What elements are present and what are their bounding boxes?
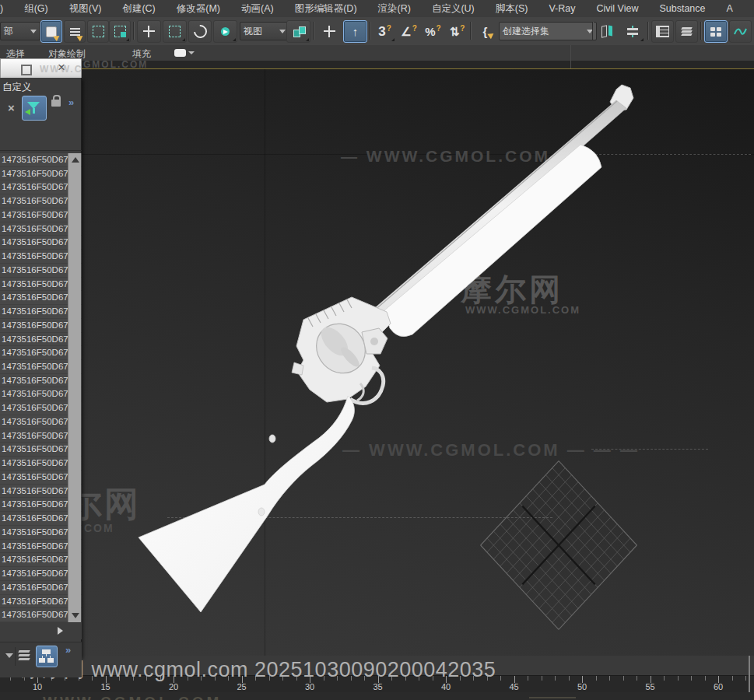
menu-item[interactable]: 视图(V) xyxy=(69,2,102,16)
layer-manager-button[interactable] xyxy=(675,20,698,43)
bottom-dashes xyxy=(529,697,576,698)
selection-filter-dropdown[interactable]: 部 xyxy=(0,22,40,40)
scroll-up-icon[interactable] xyxy=(72,157,79,163)
brace-icon: { xyxy=(483,26,488,37)
bottom-strip: WWW.CGMOL.COM xyxy=(0,692,754,700)
rectangular-selection-region-button[interactable] xyxy=(87,20,109,43)
menu-item[interactable]: Civil View xyxy=(596,3,638,14)
menu-item[interactable]: 脚本(S) xyxy=(496,2,528,16)
filter-icon-stem xyxy=(33,108,35,114)
menu-item[interactable]: A xyxy=(727,3,733,14)
spinner-snap-button[interactable]: ⇅? xyxy=(446,20,468,43)
pen-icon xyxy=(487,31,495,40)
grid-plane-object[interactable] xyxy=(481,461,637,630)
ruler-tick xyxy=(745,676,746,681)
vertical-scrollbar[interactable] xyxy=(68,153,81,622)
minimize-icon[interactable] xyxy=(21,65,32,75)
toolbar-separator xyxy=(647,22,648,40)
divider xyxy=(15,647,16,666)
snap-badge: ? xyxy=(460,24,465,33)
toolbar-separator xyxy=(592,22,593,40)
menu-item[interactable]: 图形编辑器(D) xyxy=(295,2,357,16)
menu-item[interactable]: V-Ray xyxy=(549,3,575,14)
menu-item[interactable]: 组(G) xyxy=(24,2,48,16)
ribbon-minimize-button[interactable] xyxy=(174,47,195,58)
menu-item[interactable]: ) xyxy=(0,3,3,14)
perspective-viewport[interactable]: — WWW.CGMOL.COM — 摩尔网 WWW.CGMOL.COM — WW… xyxy=(0,68,754,657)
menu-item[interactable]: 动画(A) xyxy=(241,2,274,16)
close-icon[interactable]: × xyxy=(58,60,65,75)
bottom-watermark: WWW.CGMOL.COM xyxy=(43,694,222,700)
chevron-down-icon xyxy=(188,51,195,54)
named-selection-value: 创建选择集 xyxy=(503,25,549,38)
ruler-tick xyxy=(623,676,624,681)
align-button[interactable] xyxy=(620,20,645,43)
rotate-icon xyxy=(191,23,209,41)
menu-item[interactable]: 修改器(M) xyxy=(177,2,220,16)
use-pivot-center-button[interactable] xyxy=(286,20,310,43)
filter-button[interactable] xyxy=(22,96,47,121)
named-selection-set-dropdown[interactable]: 创建选择集 xyxy=(499,22,597,40)
mirror-button[interactable] xyxy=(595,20,619,43)
reference-coordinate-dropdown[interactable]: 视图 xyxy=(240,22,289,40)
dropdown-caret-icon[interactable] xyxy=(5,653,13,658)
select-and-scale-button[interactable] xyxy=(163,20,187,43)
overflow-chevron[interactable]: » xyxy=(65,644,70,656)
divider xyxy=(0,150,82,151)
select-and-manipulate-button[interactable] xyxy=(317,20,341,43)
ruler-tick xyxy=(542,676,542,681)
ribbon-pill-icon xyxy=(174,49,186,57)
window-crossing-button[interactable] xyxy=(109,20,131,43)
lock-icon[interactable] xyxy=(51,100,61,107)
toolbar-separator xyxy=(133,22,134,40)
ruler-tick xyxy=(664,676,665,681)
snap-badge: ? xyxy=(437,24,441,33)
snap-badge: ? xyxy=(387,24,391,33)
select-by-name-button[interactable] xyxy=(64,20,86,43)
gun-model[interactable] xyxy=(139,85,633,612)
percent-snap-button[interactable]: %? xyxy=(421,20,445,43)
ruler-tick xyxy=(732,676,733,681)
scale-icon xyxy=(169,26,181,37)
window-crossing-icon xyxy=(114,26,126,37)
menu-item[interactable]: 渲染(R) xyxy=(378,2,411,16)
toolbar-separator xyxy=(700,22,701,40)
hierarchy-view-button[interactable] xyxy=(36,646,58,667)
scene-explorer-button[interactable] xyxy=(651,20,674,43)
overflow-chevron[interactable]: » xyxy=(68,96,73,108)
material-editor-icon xyxy=(710,27,721,37)
menu-bar: )组(G)视图(V)创建(C)修改器(M)动画(A)图形编辑器(D)渲染(R)自… xyxy=(0,0,754,18)
keyboard-shortcut-override-button[interactable]: ↑ xyxy=(343,20,367,43)
panel-titlebar[interactable]: WWW.CGMOL.COM × xyxy=(0,58,82,78)
edit-named-selection-button[interactable]: { xyxy=(473,20,497,43)
panel-body: 自定义 × » 1473516F50D671473516F50D67147351… xyxy=(0,78,82,657)
select-object-button[interactable] xyxy=(40,20,62,43)
clear-selection-button[interactable]: × xyxy=(8,101,15,114)
menu-item[interactable]: 创建(C) xyxy=(122,2,155,16)
select-and-place-button[interactable] xyxy=(213,20,237,43)
ruler-tick xyxy=(528,676,528,681)
display-layers-button[interactable] xyxy=(19,649,30,662)
angle-snap-button[interactable]: ∠? xyxy=(398,20,420,43)
scroll-down-icon[interactable] xyxy=(72,613,79,618)
scroll-right-icon[interactable] xyxy=(58,627,63,635)
layers-icon xyxy=(682,26,692,37)
timeline-end-marker xyxy=(749,656,750,692)
ruler-tick xyxy=(596,676,597,681)
angle-snap-icon: ∠ xyxy=(401,26,411,37)
material-editor-button[interactable] xyxy=(704,20,728,43)
ribbon-tab-row: 选择 对象绘制 填充 xyxy=(0,45,754,61)
menu-item[interactable]: Substance xyxy=(659,3,705,14)
snap-badge: ? xyxy=(412,24,417,33)
curve-editor-button[interactable] xyxy=(729,20,752,43)
snap-toggle-3d-button[interactable]: 3? xyxy=(373,20,396,43)
selection-filter-value: 部 xyxy=(4,25,13,38)
horizontal-scroll-zone[interactable] xyxy=(0,622,82,639)
select-and-move-button[interactable] xyxy=(137,20,161,43)
viewport-canvas xyxy=(0,69,754,656)
select-and-rotate-button[interactable] xyxy=(188,20,212,43)
up-arrow-icon: ↑ xyxy=(352,26,359,37)
chevron-down-icon xyxy=(279,30,286,33)
menu-item[interactable]: 自定义(U) xyxy=(432,2,475,16)
percent-snap-icon: % xyxy=(425,26,435,37)
